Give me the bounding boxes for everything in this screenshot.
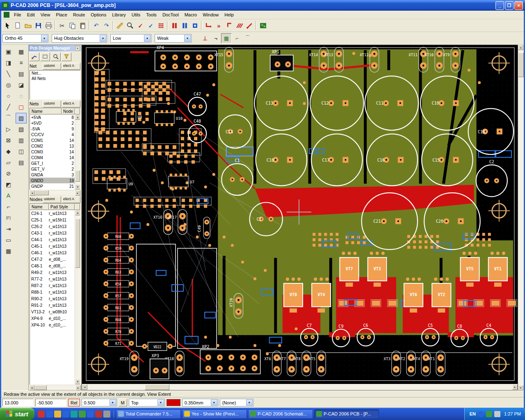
x-coordinate-field[interactable]: 13.000 (2, 399, 34, 406)
net-row-COM2[interactable]: COM213 (30, 143, 75, 149)
task-button-2[interactable]: Yes - Show Me (Previ... (182, 409, 247, 419)
menu-window[interactable]: Window (200, 11, 221, 18)
menu-utils[interactable]: Utils (129, 11, 143, 18)
connection-tool[interactable]: ⌐ (3, 201, 14, 212)
net-customize-button[interactable]: ustomi (43, 63, 61, 70)
strength-select[interactable]: Weak▼ (155, 34, 192, 43)
line-tool[interactable]: ╲ (3, 68, 14, 79)
menu-view[interactable]: View (38, 11, 53, 18)
node-row-VT13-2[interactable]: VT13-2r_w08h10 (30, 308, 75, 315)
redo-button[interactable]: ↷ (101, 21, 112, 31)
node-row-C25-1[interactable]: C25-1r_w15h11 (30, 217, 75, 223)
autorouter-grid-button[interactable]: ▦ (221, 33, 232, 43)
split-plane-tool[interactable]: ◩ (3, 179, 14, 190)
net-row-COM1[interactable]: COM114 (30, 137, 75, 143)
line-width-select[interactable]: 0.350mm▼ (182, 399, 218, 406)
nodes-col-padstyle[interactable]: Pad Style (49, 204, 75, 210)
priority-select[interactable]: Low▼ (110, 34, 151, 43)
net-row-CC/CV[interactable]: CC/CV4 (30, 132, 75, 137)
menu-library[interactable]: Library (109, 11, 129, 18)
maximize-button[interactable]: ❐ (505, 1, 514, 10)
menu-doctool[interactable]: DocTool (160, 11, 182, 18)
open-file-button[interactable] (23, 21, 33, 31)
keepout-tool[interactable]: ⊘ (3, 168, 14, 179)
node-row-R91-2[interactable]: R91-2r_w11h13 (30, 302, 75, 308)
task-button-4[interactable]: P-CAD 2006 PCB - [P... (314, 409, 379, 419)
route-net-button[interactable] (30, 52, 39, 61)
title-block-select[interactable]: (None)▼ (220, 399, 253, 406)
menu-tools[interactable]: Tools (143, 11, 160, 18)
quicklaunch-icon-7[interactable] (87, 411, 94, 418)
node-row-XP4-10[interactable]: XP4-10e_d10_... (30, 322, 75, 328)
cut-button[interactable]: ✂ (57, 21, 67, 31)
via-tool[interactable]: ◎ (3, 80, 14, 90)
quicklaunch-icon-9[interactable] (103, 411, 110, 418)
nodes-select-all-button[interactable]: elect A (62, 196, 80, 203)
menu-help[interactable]: Help (221, 11, 237, 18)
net-row-GNDA[interactable]: GNDA3 (30, 172, 75, 178)
node-row-R77-2[interactable]: R77-2r_w11h13 (30, 276, 75, 282)
tray-network-icon[interactable] (478, 411, 484, 417)
hatch-tool[interactable]: ▧ (16, 124, 27, 135)
quicklaunch-icon-8[interactable] (95, 411, 102, 418)
layer-select[interactable]: Top▼ (129, 399, 165, 406)
mdi-document-icon[interactable] (4, 12, 9, 18)
chevron-down-icon[interactable]: ▼ (41, 35, 48, 42)
obstacle-mode-select[interactable]: Hug Obstacles▼ (52, 34, 107, 43)
close-button[interactable]: × (514, 1, 523, 10)
canvas-horizontal-scrollbar[interactable]: ◄► (82, 384, 518, 390)
nodes-customize-button[interactable]: ustomi (43, 196, 61, 203)
route-fanout-button[interactable]: » (214, 21, 224, 31)
text-tool[interactable]: A (3, 190, 14, 201)
print-button[interactable] (43, 21, 54, 31)
pour-edit-tool[interactable]: ▨ (16, 113, 27, 123)
nets-col-node[interactable]: Node (62, 108, 75, 114)
quicklaunch-icon-4[interactable] (62, 411, 69, 418)
task-button-1[interactable]: Total Commander 7.5... (116, 409, 181, 419)
pcb-canvas-area[interactable]: C13C12C11C10C14C19C18C17C16C15C1C2C3C21C… (82, 45, 518, 390)
arc-tool[interactable]: ⌒ (3, 113, 14, 123)
net-row-GET_V[interactable]: GET_V2 (30, 166, 75, 172)
minimize-button[interactable]: _ (495, 1, 504, 10)
pattern-tool[interactable]: ◨ (3, 57, 14, 68)
grid-select[interactable]: 0.500▼ (82, 399, 117, 406)
node-row-XP4-9[interactable]: XP4-9e_d10_... (30, 315, 75, 322)
pause-blue-button[interactable] (180, 21, 190, 31)
chevron-down-icon[interactable]: ▼ (184, 35, 191, 42)
chevron-down-icon[interactable]: ▼ (100, 35, 106, 42)
component-tool[interactable]: ▣ (3, 46, 14, 57)
nets-select-all-button[interactable]: elect A (62, 100, 80, 107)
zoom-net-button[interactable] (51, 52, 61, 61)
net-item-Net[interactable]: Net... (30, 71, 80, 76)
dimension-tool[interactable]: ⇥ (3, 224, 14, 234)
save-button[interactable] (33, 21, 43, 31)
zoom-region-tool[interactable]: ◌ (16, 91, 27, 101)
nodes-col-name[interactable]: Name (30, 204, 49, 210)
drc-check-button[interactable]: ✓ (135, 21, 146, 31)
nodes-list[interactable]: C24-1r_w11h13C25-1r_w15h11C26-2r_w11h13C… (30, 210, 75, 384)
update-button[interactable]: ✓ (146, 21, 156, 31)
chevron-down-icon[interactable]: ▼ (158, 399, 164, 406)
pcb-canvas[interactable]: C13C12C11C10C14C19C18C17C16C15C1C2C3C21C… (82, 45, 518, 384)
tray-volume-icon[interactable] (494, 411, 500, 417)
pause-red-button[interactable] (169, 21, 180, 31)
quicklaunch-icon-2[interactable] (46, 411, 53, 418)
start-button[interactable]: start (0, 408, 34, 420)
nodes-vertical-scrollbar[interactable]: ▲▼ (75, 210, 80, 384)
node-row-C46-1[interactable]: C46-1r_w11h13 (30, 249, 75, 256)
menu-options[interactable]: Options (88, 11, 109, 18)
plane-tool[interactable]: ▱ (3, 157, 14, 168)
ortho-mode-select[interactable]: Ortho 45▼ (2, 34, 48, 43)
node-row-R88-1[interactable]: R88-1r_w11h13 (30, 289, 75, 295)
relative-mode-button[interactable]: Rel (68, 399, 80, 406)
pcb-view-button[interactable] (258, 21, 268, 31)
menu-place[interactable]: Place (53, 11, 70, 18)
layers-list-tool[interactable]: ≡ (16, 57, 27, 68)
measure-button[interactable] (115, 21, 125, 31)
matrix-button[interactable] (156, 21, 166, 31)
canvas-vertical-scrollbar[interactable]: ▲▼ (518, 45, 524, 390)
paste-button[interactable] (78, 21, 88, 31)
node-row-C43-1[interactable]: C43-1r_w11h13 (30, 230, 75, 236)
route-corner-button[interactable] (203, 21, 214, 31)
task-button-3[interactable]: P-CAD 2006 Schemati... (248, 409, 313, 419)
